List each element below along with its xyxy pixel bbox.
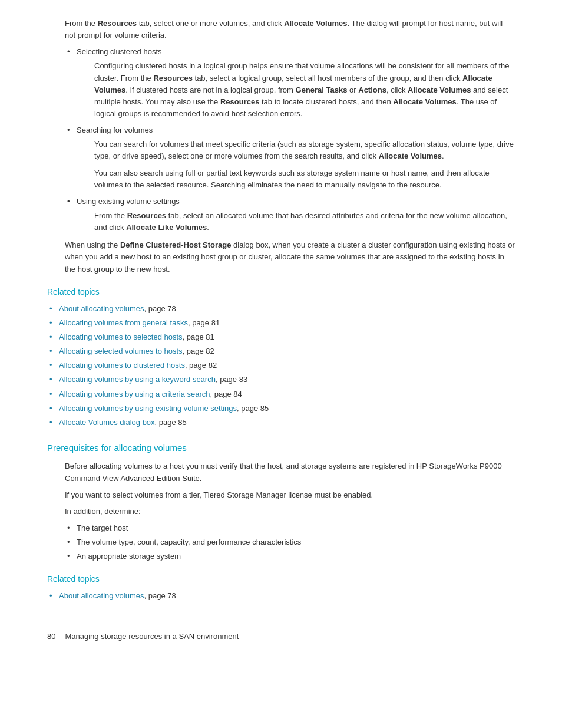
b1-general: General Tasks (296, 85, 348, 94)
bullet1-body: Configuring clustered hosts in a logical… (94, 60, 515, 120)
intro-bullets: Selecting clustered hosts Configuring cl… (65, 46, 515, 233)
b1-allocate2: Allocate Volumes (408, 85, 471, 94)
related-topics-section-1: Related topics About allocating volumes,… (47, 286, 515, 429)
bullet3-body: From the Resources tab, select an alloca… (94, 210, 515, 233)
define-para: When using the Define Clustered-Host Sto… (65, 239, 515, 275)
topic-link-1-3[interactable]: Allocating volumes to selected hosts (59, 332, 183, 341)
page-ref-1-7: , page 84 (210, 390, 242, 398)
prereq-para2: If you want to select volumes from a tie… (65, 489, 515, 501)
footer-title: Managing storage resources in a SAN envi… (65, 631, 239, 643)
list-item: Allocating volumes from general tasks, p… (47, 317, 515, 329)
b2-allocate: Allocate Volumes (379, 151, 442, 160)
list-item: Allocating volumes by using existing vol… (47, 403, 515, 414)
footer-content: 80 Managing storage resources in a SAN e… (47, 631, 515, 643)
related-topics-heading-2: Related topics (47, 573, 515, 585)
list-item: The volume type, count, capacity, and pe… (65, 536, 515, 548)
topic-link-1-8[interactable]: Allocating volumes by using existing vol… (59, 404, 237, 413)
list-item: An appropriate storage system (65, 551, 515, 562)
prereq-bullets: The target host The volume type, count, … (65, 522, 515, 562)
topic-link-2-1[interactable]: About allocating volumes (59, 591, 144, 600)
prereq-para3: In addition, determine: (65, 506, 515, 518)
topic-link-1-4[interactable]: Allocating selected volumes to hosts (59, 347, 183, 355)
intro-para1: From the Resources tab, select one or mo… (65, 18, 515, 41)
list-item: About allocating volumes, page 78 (47, 303, 515, 315)
list-item: Allocating selected volumes to hosts, pa… (47, 345, 515, 357)
bullet-searching: Searching for volumes You can search for… (65, 124, 515, 191)
topic-link-1-7[interactable]: Allocating volumes by using a criteria s… (59, 390, 210, 398)
page-footer: 80 Managing storage resources in a SAN e… (47, 626, 515, 643)
prerequisites-body: Before allocating volumes to a host you … (65, 460, 515, 562)
list-item: The target host (65, 522, 515, 534)
define-bold: Define Clustered-Host Storage (120, 241, 232, 249)
bullet2-label: Searching for volumes (77, 126, 153, 134)
b1-resources2: Resources (220, 97, 259, 106)
related-topics-list-2: About allocating volumes, page 78 (47, 590, 515, 602)
list-item: Allocating volumes to selected hosts, pa… (47, 331, 515, 343)
bullet-selecting-clustered: Selecting clustered hosts Configuring cl… (65, 46, 515, 120)
prerequisites-heading: Prerequisites for allocating volumes (47, 442, 515, 455)
page-ref-1-1: , page 78 (144, 304, 176, 313)
b3-resources: Resources (127, 211, 166, 220)
list-item: About allocating volumes, page 78 (47, 590, 515, 602)
page-ref-1-9: , page 85 (155, 418, 187, 427)
page-ref-1-6: , page 83 (216, 375, 247, 384)
bullet2-body: You can search for volumes that meet spe… (94, 139, 515, 191)
bullet-existing: Using existing volume settings From the … (65, 196, 515, 233)
list-item: Allocating volumes by using a keyword se… (47, 374, 515, 386)
list-item: Allocating volumes to clustered hosts, p… (47, 360, 515, 371)
prereq-para1: Before allocating volumes to a host you … (65, 460, 515, 484)
page-ref-1-3: , page 81 (183, 332, 214, 341)
list-item: Allocate Volumes dialog box, page 85 (47, 417, 515, 429)
page-ref-1-8: , page 85 (237, 404, 269, 413)
related-topics-section-2: Related topics About allocating volumes,… (47, 573, 515, 602)
page-ref-1-5: , page 82 (185, 361, 217, 370)
footer-page-number: 80 (47, 631, 55, 643)
intro-section: From the Resources tab, select one or mo… (65, 18, 515, 275)
prerequisites-section: Prerequisites for allocating volumes Bef… (47, 442, 515, 562)
bullet3-label: Using existing volume settings (77, 197, 180, 206)
resources-bold-1: Resources (98, 19, 137, 28)
page-ref-1-4: , page 82 (183, 347, 214, 355)
bullet1-label: Selecting clustered hosts (77, 47, 162, 56)
related-topics-list-1: About allocating volumes, page 78 Alloca… (47, 303, 515, 429)
topic-link-1-2[interactable]: Allocating volumes from general tasks (59, 318, 188, 327)
b1-actions: Actions (358, 85, 386, 94)
page: From the Resources tab, select one or mo… (0, 0, 562, 728)
page-ref-2-1: , page 78 (144, 591, 176, 600)
b3-allocate: Allocate Like Volumes (126, 223, 207, 232)
topic-link-1-5[interactable]: Allocating volumes to clustered hosts (59, 361, 185, 370)
b1-resources: Resources (153, 74, 192, 83)
list-item: Allocating volumes by using a criteria s… (47, 388, 515, 400)
topic-link-1-9[interactable]: Allocate Volumes dialog box (59, 418, 155, 427)
related-topics-heading-1: Related topics (47, 286, 515, 298)
allocate-volumes-bold-1: Allocate Volumes (284, 19, 347, 28)
topic-link-1-1[interactable]: About allocating volumes (59, 304, 144, 313)
topic-link-1-6[interactable]: Allocating volumes by using a keyword se… (59, 375, 216, 384)
page-ref-1-2: , page 81 (188, 318, 220, 327)
b1-allocate3: Allocate Volumes (393, 97, 456, 106)
